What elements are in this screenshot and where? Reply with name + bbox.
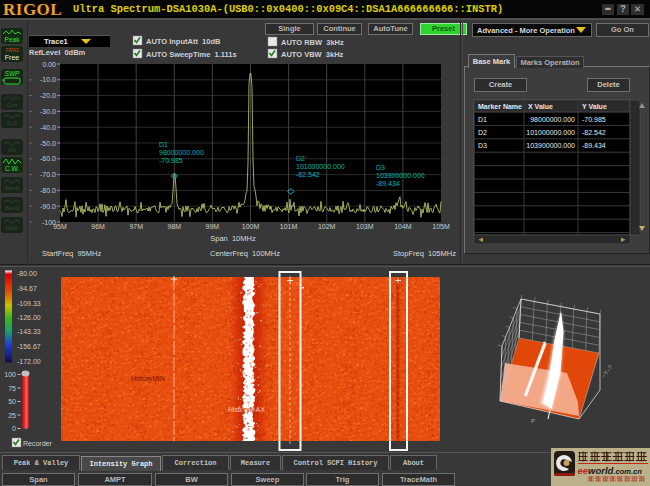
svg-text:Band: Band [5, 205, 19, 211]
svg-text:103900000.000: 103900000.000 [376, 172, 425, 179]
svg-text:25: 25 [8, 412, 16, 419]
svg-text:-94.67: -94.67 [17, 285, 37, 292]
svg-text:101000000.000: 101000000.000 [526, 129, 575, 136]
svg-text:-156.67: -156.67 [17, 343, 41, 350]
svg-text:eeworld.com.cn: eeworld.com.cn [578, 465, 643, 476]
svg-text:Peak: Peak [5, 36, 21, 43]
svg-text:-82.542: -82.542 [296, 171, 320, 178]
svg-text:75: 75 [8, 385, 16, 392]
svg-text:Band: Band [5, 185, 19, 191]
svg-text:-30.0: -30.0 [40, 108, 56, 115]
svg-text:D1: D1 [478, 116, 487, 123]
svg-text:-40.0: -40.0 [40, 124, 56, 131]
svg-text:Math: Math [5, 225, 18, 231]
svg-text:P: P [531, 418, 535, 424]
svg-text:-80.0: -80.0 [40, 187, 56, 194]
svg-text:99M: 99M [206, 223, 220, 230]
svg-text:-172.00: -172.00 [17, 358, 41, 365]
svg-text:98000000.000: 98000000.000 [530, 116, 575, 123]
svg-text:HistoryMIN: HistoryMIN [131, 375, 165, 383]
svg-text:50: 50 [8, 398, 16, 405]
svg-text:-109.33: -109.33 [17, 300, 41, 307]
svg-text:0: 0 [12, 425, 16, 432]
svg-text:95M: 95M [53, 223, 67, 230]
svg-text:-89.434: -89.434 [376, 180, 400, 187]
svg-text:98M: 98M [167, 223, 181, 230]
svg-text:-80.00: -80.00 [17, 270, 37, 277]
svg-text:100M: 100M [242, 223, 260, 230]
svg-text:–Y–?: –Y–? [600, 364, 614, 379]
svg-text:97M: 97M [129, 223, 143, 230]
svg-text:StopFreq 105MHz: StopFreq 105MHz [393, 249, 456, 258]
svg-text:D3: D3 [478, 142, 487, 149]
svg-text:-50.0: -50.0 [40, 140, 56, 147]
svg-text:101M: 101M [280, 223, 298, 230]
svg-text:AUTO InputAtt 10dB: AUTO InputAtt 10dB [146, 37, 221, 46]
svg-text:-82.542: -82.542 [582, 129, 606, 136]
svg-text:S.C: S.C [7, 120, 18, 126]
svg-text:AUTO RBW 3kHz: AUTO RBW 3kHz [281, 38, 344, 47]
svg-text:102M: 102M [318, 223, 336, 230]
svg-text:-60.0: -60.0 [40, 155, 56, 162]
svg-text:D3: D3 [376, 164, 385, 171]
svg-text:98000000.000: 98000000.000 [159, 149, 204, 156]
svg-text:SWP: SWP [5, 70, 20, 77]
svg-text:-89.434: -89.434 [582, 142, 606, 149]
svg-text:D1: D1 [159, 141, 168, 148]
svg-text:C.W.: C.W. [5, 165, 19, 172]
svg-text:103900000.000: 103900000.000 [526, 142, 575, 149]
svg-text:FA: FA [8, 147, 15, 153]
svg-text:-90.0: -90.0 [40, 203, 56, 210]
svg-text:-20.0: -20.0 [40, 92, 56, 99]
svg-text:-70.0: -70.0 [40, 171, 56, 178]
svg-text:-70.985: -70.985 [159, 157, 183, 164]
svg-text:Y Value: Y Value [582, 103, 607, 110]
svg-text:101000000.000: 101000000.000 [296, 163, 345, 170]
svg-text:Free: Free [5, 54, 20, 61]
svg-text:100: 100 [4, 371, 16, 378]
svg-text:StartFreq 95MHz: StartFreq 95MHz [42, 249, 101, 258]
svg-text:Recorder: Recorder [23, 440, 52, 447]
svg-text:Marker Name: Marker Name [478, 103, 522, 110]
svg-text:CenterFreq 100MHz: CenterFreq 100MHz [210, 249, 280, 258]
svg-text:TRIG: TRIG [5, 47, 20, 53]
svg-text:103M: 103M [356, 223, 374, 230]
svg-text:96M: 96M [91, 223, 105, 230]
svg-text:Span 10MHz: Span 10MHz [210, 234, 256, 243]
svg-text:0.00: 0.00 [42, 61, 56, 68]
svg-text:-143.33: -143.33 [17, 328, 41, 335]
svg-text:-70.985: -70.985 [582, 116, 606, 123]
svg-text:D2: D2 [296, 155, 305, 162]
svg-text:X Value: X Value [528, 103, 553, 110]
svg-text:Corr: Corr [6, 102, 18, 108]
svg-text:105M: 105M [432, 223, 450, 230]
svg-text:-10.0: -10.0 [40, 76, 56, 83]
svg-text:104M: 104M [394, 223, 412, 230]
svg-text:-126.00: -126.00 [17, 314, 41, 321]
svg-text:D2: D2 [478, 129, 487, 136]
